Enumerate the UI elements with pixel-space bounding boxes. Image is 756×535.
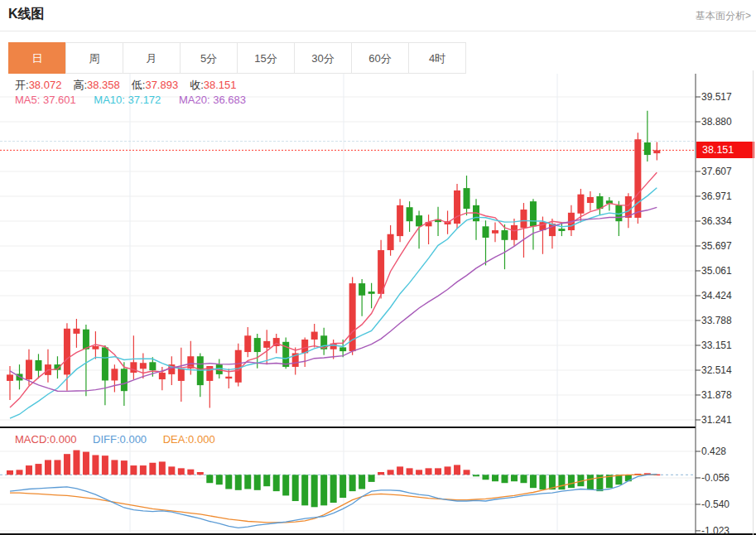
macd-hist-bar: [35, 464, 41, 475]
macd-hist-bar: [339, 475, 346, 498]
macd-hist-bar: [187, 470, 194, 475]
macd-hist-bar: [435, 468, 441, 475]
macd-hist-bar: [159, 461, 166, 475]
macd-hist-bar: [539, 475, 546, 489]
macd-hist-bar: [568, 475, 575, 488]
macd-hist-bar: [26, 465, 32, 475]
macd-hist-bar: [520, 475, 527, 483]
high-label: 高:: [73, 79, 87, 91]
candle-body: [244, 335, 251, 352]
dea-value: 0.000: [188, 433, 215, 446]
macd-hist-bar: [54, 460, 60, 475]
price-axis-label: 33.151: [701, 340, 732, 351]
macd-hist-bar: [130, 465, 137, 475]
candle-body: [587, 197, 594, 203]
macd-hist-bar: [244, 475, 251, 489]
candle-body: [634, 139, 641, 218]
current-price-badge: 38.151: [696, 142, 754, 158]
candle-body: [501, 230, 508, 240]
macd-hist-bar: [388, 470, 394, 475]
macd-axis-label: 0.428: [701, 446, 726, 457]
macd-hist-bar: [16, 470, 22, 475]
candle-body: [577, 195, 584, 214]
macd-hist-bar: [483, 475, 489, 480]
price-axis-label: 37.607: [701, 166, 732, 177]
candle-body: [149, 362, 156, 370]
ma5-value: 37.601: [43, 94, 76, 106]
candle-body: [73, 329, 79, 334]
macd-axis-label: -0.540: [701, 499, 730, 510]
macd-label: MACD:: [15, 433, 50, 446]
price-axis-label: 35.697: [701, 240, 732, 252]
ma20-label: MA20:: [179, 94, 210, 106]
macd-hist-bar: [464, 470, 470, 475]
macd-hist-bar: [197, 472, 204, 475]
candle-body: [368, 292, 375, 294]
macd-hist-bar: [45, 460, 51, 475]
candle-body: [140, 363, 147, 369]
macd-hist-bar: [454, 465, 460, 475]
macd-hist-bar: [206, 475, 213, 483]
macd-hist-bar: [73, 451, 79, 475]
candle-body: [378, 250, 384, 294]
candle-body: [464, 188, 470, 209]
candle-body: [225, 377, 232, 378]
macd-hist-bar: [102, 455, 108, 475]
macd-hist-bar: [558, 475, 565, 489]
macd-hist-bar: [301, 475, 308, 505]
candle-body: [263, 341, 270, 348]
candle-body: [530, 201, 537, 226]
low-label: 低:: [132, 79, 146, 91]
macd-hist-bar: [587, 475, 594, 489]
macd-hist-bar: [530, 475, 537, 488]
macd-hist-bar: [397, 466, 403, 475]
candle-body: [121, 369, 128, 391]
candle-body: [92, 346, 99, 349]
candle-body: [64, 329, 70, 375]
ma20-value: 36.683: [213, 94, 246, 106]
macd-hist-bar: [378, 472, 384, 475]
candle-body: [483, 226, 489, 238]
candle-body: [454, 190, 460, 224]
open-value: 38.072: [29, 79, 62, 91]
macd-hist-bar: [330, 475, 337, 503]
candle-body: [83, 330, 89, 349]
macd-hist-bar: [168, 466, 175, 475]
macd-hist-bar: [416, 470, 422, 475]
candle-body: [558, 229, 565, 231]
price-axis-label: 35.061: [701, 265, 732, 277]
macd-hist-bar: [83, 452, 89, 475]
close-label: 收:: [190, 79, 204, 91]
macd-hist-bar: [407, 468, 413, 475]
candle-body: [102, 347, 108, 380]
right-edge-line: [753, 70, 754, 535]
macd-hist-bar: [473, 475, 479, 476]
ma-readout: MA5: 37.601 MA10: 37.172 MA20: 36.683: [15, 94, 246, 106]
macd-hist-bar: [225, 475, 232, 489]
macd-axis-label: -1.023: [701, 525, 730, 535]
price-axis-label: 39.517: [701, 91, 732, 103]
macd-hist-bar: [311, 475, 318, 507]
macd-hist-bar: [254, 475, 261, 490]
macd-hist-bar: [178, 468, 185, 475]
ma5-label: MA5:: [15, 94, 40, 106]
macd-hist-bar: [92, 455, 99, 475]
macd-hist-bar: [111, 460, 118, 475]
macd-hist-bar: [359, 475, 365, 489]
macd-hist-bar: [426, 468, 432, 475]
candle-body: [26, 359, 32, 379]
low-value: 37.893: [145, 79, 178, 91]
macd-hist-bar: [149, 463, 156, 475]
candle-body: [416, 215, 422, 226]
candle-body: [7, 374, 13, 381]
macd-hist-bar: [615, 475, 622, 484]
price-axis-label: 32.514: [701, 364, 732, 376]
macd-readout: MACD:0.000 DIFF:0.000 DEA:0.000: [15, 433, 215, 446]
macd-hist-bar: [121, 460, 128, 475]
macd-hist-bar: [140, 465, 147, 475]
candle-body: [178, 369, 185, 381]
candle-body: [159, 373, 166, 379]
candle-body: [511, 225, 518, 240]
candle-body: [254, 338, 261, 352]
macd-hist-bar: [445, 466, 451, 475]
